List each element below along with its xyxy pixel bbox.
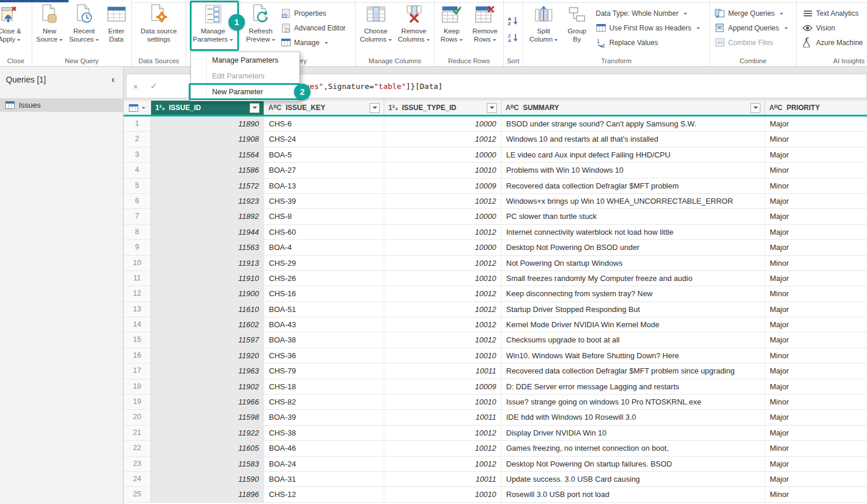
cell-summary[interactable]: Small freezes randomly My Computer freez… — [501, 271, 765, 286]
choose-columns-button[interactable]: Choose Columns — [358, 3, 394, 43]
cell-issue-key[interactable]: CHS-60 — [264, 225, 384, 240]
cell-issue-key[interactable]: CHS-79 — [264, 364, 384, 379]
cell-issue-type-id[interactable]: 10012 — [384, 286, 501, 301]
file-tab-sliver[interactable] — [0, 0, 69, 2]
cell-issue-key[interactable]: BOA-31 — [264, 472, 384, 487]
cell-priority[interactable]: Major — [765, 472, 867, 487]
cell-issue-type-id[interactable]: 10000 — [384, 116, 501, 132]
column-header-priority[interactable]: AᴮCPRIORITY — [765, 101, 867, 115]
cell-issue-type-id[interactable]: 10012 — [384, 132, 501, 147]
cell-issue-type-id[interactable]: 10012 — [384, 225, 501, 240]
cell-issue-type-id[interactable]: 10009 — [384, 179, 501, 194]
cell-issue-type-id[interactable]: 10012 — [384, 457, 501, 472]
cell-issue-type-id[interactable]: 10012 — [384, 332, 501, 348]
row-number-cell[interactable]: 12 — [124, 286, 151, 301]
cell-summary[interactable]: Games freezing, no internet connection o… — [501, 441, 765, 456]
cell-issue-id[interactable]: 11902 — [151, 379, 264, 395]
row-number-cell[interactable]: 16 — [124, 348, 151, 364]
cell-issue-key[interactable]: CHS-39 — [264, 194, 384, 209]
cell-issue-type-id[interactable]: 10000 — [384, 240, 501, 255]
cell-summary[interactable]: Rosewill 3.0 USB port not load — [501, 487, 765, 502]
cell-issue-id[interactable]: 11610 — [151, 302, 264, 317]
cell-summary[interactable]: PC slower than turtle stuck — [501, 209, 765, 224]
cell-priority[interactable]: Major — [765, 332, 867, 348]
cell-issue-type-id[interactable]: 10012 — [384, 256, 501, 271]
cell-issue-key[interactable]: BOA-24 — [264, 457, 384, 472]
cell-issue-type-id[interactable]: 10012 — [384, 302, 501, 317]
cell-priority[interactable]: Major — [765, 116, 867, 132]
cell-issue-id[interactable]: 11890 — [151, 116, 264, 132]
cell-summary[interactable]: Not Powering On startup Windows — [501, 256, 765, 271]
cell-summary[interactable]: Recovered data collection Defraglar $MFT… — [501, 364, 765, 379]
cell-issue-id[interactable]: 11564 — [151, 148, 264, 163]
row-number-cell[interactable]: 1 — [124, 116, 151, 132]
cell-issue-type-id[interactable]: 10010 — [384, 271, 501, 286]
cell-summary[interactable]: LE video card Aux input defect Failing H… — [501, 148, 765, 163]
cell-issue-key[interactable]: BOA-51 — [264, 302, 384, 317]
cell-issue-type-id[interactable]: 10010 — [384, 348, 501, 364]
cell-priority[interactable]: Minor — [765, 441, 867, 456]
cell-priority[interactable]: Major — [765, 379, 867, 395]
group-by-button[interactable]: Group By — [564, 3, 590, 43]
cell-priority[interactable]: Major — [765, 426, 867, 441]
cell-issue-key[interactable]: BOA-4 — [264, 240, 384, 255]
cell-priority[interactable]: Major — [765, 194, 867, 209]
filter-dropdown-button[interactable] — [750, 103, 760, 113]
row-number-cell[interactable]: 7 — [124, 209, 151, 224]
cell-issue-key[interactable]: CHS-12 — [264, 487, 384, 502]
filter-dropdown-button[interactable] — [487, 103, 497, 113]
cell-issue-id[interactable]: 11908 — [151, 132, 264, 147]
data-type-button[interactable]: Data Type: Whole Number — [596, 8, 700, 18]
cell-issue-id[interactable]: 11602 — [151, 317, 264, 332]
cell-issue-id[interactable]: 11605 — [151, 441, 264, 456]
cell-issue-id[interactable]: 11923 — [151, 194, 264, 209]
row-number-cell[interactable]: 11 — [124, 271, 151, 286]
cell-issue-id[interactable]: 11563 — [151, 240, 264, 255]
row-number-cell[interactable]: 13 — [124, 302, 151, 317]
cell-priority[interactable]: Minor — [765, 487, 867, 502]
row-number-cell[interactable]: 23 — [124, 457, 151, 472]
cell-issue-key[interactable]: CHS-29 — [264, 256, 384, 271]
cell-issue-id[interactable]: 11963 — [151, 364, 264, 379]
cell-priority[interactable]: Minor — [765, 286, 867, 301]
cell-issue-id[interactable]: 11920 — [151, 348, 264, 364]
select-all-corner-button[interactable] — [124, 101, 151, 115]
cell-issue-type-id[interactable]: 10012 — [384, 426, 501, 441]
cell-issue-type-id[interactable]: 10012 — [384, 317, 501, 332]
vision-button[interactable]: Vision — [803, 23, 863, 33]
column-header-issue-id[interactable]: 1²₃ISSUE_ID — [151, 101, 264, 115]
cell-priority[interactable]: Minor — [765, 395, 867, 410]
cell-issue-key[interactable]: BOA-5 — [264, 148, 384, 163]
cell-summary[interactable]: Desktop Not Powering On BSOD under — [501, 240, 765, 255]
cell-summary[interactable]: Recovered data collection Defraglar $MFT… — [501, 179, 765, 194]
cell-summary[interactable]: Keep disconnecting from system tray? New — [501, 286, 765, 301]
collapse-pane-icon[interactable]: ‹ — [111, 74, 115, 84]
cell-issue-id[interactable]: 11597 — [151, 332, 264, 348]
row-number-cell[interactable]: 9 — [124, 240, 151, 255]
cell-issue-id[interactable]: 11892 — [151, 209, 264, 224]
cell-priority[interactable]: Major — [765, 364, 867, 379]
cell-priority[interactable]: Minor — [765, 179, 867, 194]
row-number-cell[interactable]: 22 — [124, 441, 151, 456]
row-number-cell[interactable]: 4 — [124, 163, 151, 178]
cell-issue-key[interactable]: BOA-27 — [264, 163, 384, 178]
cell-issue-type-id[interactable]: 10011 — [384, 410, 501, 425]
row-number-cell[interactable]: 8 — [124, 225, 151, 240]
row-number-cell[interactable]: 17 — [124, 364, 151, 379]
checkmark-icon[interactable]: ✓ — [145, 81, 163, 91]
enter-data-button[interactable]: Enter Data — [103, 3, 130, 43]
advanced-editor-button[interactable]: Advanced Editor — [281, 23, 346, 33]
sort-ascending-button[interactable]: AZ — [508, 16, 518, 28]
cell-issue-key[interactable]: BOA-38 — [264, 332, 384, 348]
manage-button[interactable]: Manage — [281, 37, 346, 47]
cell-summary[interactable]: IDE hdd with Windows 10 Rosewill 3.0 — [501, 410, 765, 425]
row-number-cell[interactable]: 19 — [124, 395, 151, 410]
cell-issue-key[interactable]: BOA-39 — [264, 410, 384, 425]
cell-issue-id[interactable]: 11586 — [151, 163, 264, 178]
cell-priority[interactable]: Minor — [765, 132, 867, 147]
column-header-issue-type-id[interactable]: 1²₃ISSUE_TYPE_ID — [384, 101, 501, 115]
cell-issue-key[interactable]: CHS-82 — [264, 395, 384, 410]
cell-summary[interactable]: Internet connectivity waterblock not loa… — [501, 225, 765, 240]
cell-priority[interactable]: Major — [765, 148, 867, 163]
properties-button[interactable]: Properties — [281, 8, 346, 18]
